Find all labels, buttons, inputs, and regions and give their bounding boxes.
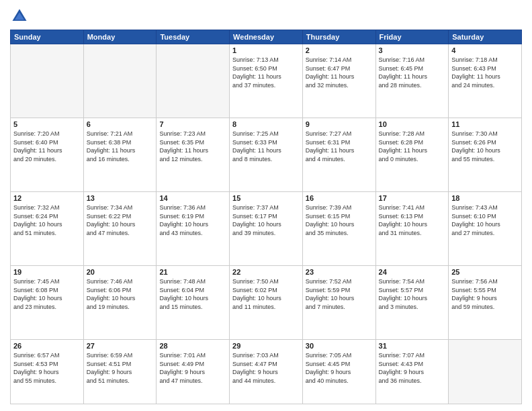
calendar-cell xyxy=(449,340,522,404)
weekday-header: Sunday xyxy=(11,30,84,44)
day-number: 2 xyxy=(306,46,373,54)
calendar-cell: 22Sunrise: 7:50 AMSunset: 6:02 PMDayligh… xyxy=(230,266,303,340)
calendar-cell: 16Sunrise: 7:39 AMSunset: 6:15 PMDayligh… xyxy=(302,192,375,266)
day-number: 5 xyxy=(13,120,81,128)
calendar-cell: 25Sunrise: 7:56 AMSunset: 5:55 PMDayligh… xyxy=(449,266,522,340)
day-number: 20 xyxy=(87,268,154,276)
calendar-cell: 5Sunrise: 7:20 AMSunset: 6:40 PMDaylight… xyxy=(11,118,84,192)
day-number: 16 xyxy=(306,194,373,202)
calendar-cell: 20Sunrise: 7:46 AMSunset: 6:06 PMDayligh… xyxy=(83,266,157,340)
day-number: 6 xyxy=(87,120,154,128)
calendar-cell: 28Sunrise: 7:01 AMSunset: 4:49 PMDayligh… xyxy=(157,340,230,404)
calendar-cell xyxy=(11,44,84,118)
day-number: 10 xyxy=(379,120,446,128)
day-info: Sunrise: 7:43 AMSunset: 6:10 PMDaylight:… xyxy=(451,203,519,237)
calendar-cell: 9Sunrise: 7:27 AMSunset: 6:31 PMDaylight… xyxy=(302,118,375,192)
day-number: 22 xyxy=(232,268,300,276)
day-info: Sunrise: 7:16 AMSunset: 6:45 PMDaylight:… xyxy=(379,56,446,89)
calendar-cell: 15Sunrise: 7:37 AMSunset: 6:17 PMDayligh… xyxy=(230,192,303,266)
day-info: Sunrise: 7:48 AMSunset: 6:04 PMDaylight:… xyxy=(159,277,226,311)
day-info: Sunrise: 7:07 AMSunset: 4:43 PMDaylight:… xyxy=(379,351,446,385)
day-info: Sunrise: 7:41 AMSunset: 6:13 PMDaylight:… xyxy=(379,203,446,237)
weekday-header: Monday xyxy=(83,30,157,44)
day-info: Sunrise: 6:59 AMSunset: 4:51 PMDaylight:… xyxy=(87,351,154,385)
day-number: 23 xyxy=(306,268,373,276)
day-number: 12 xyxy=(13,194,81,202)
calendar-cell: 24Sunrise: 7:54 AMSunset: 5:57 PMDayligh… xyxy=(375,266,449,340)
day-info: Sunrise: 7:23 AMSunset: 6:35 PMDaylight:… xyxy=(159,130,226,163)
day-info: Sunrise: 7:03 AMSunset: 4:47 PMDaylight:… xyxy=(232,351,300,385)
day-number: 24 xyxy=(379,268,446,276)
header xyxy=(10,7,522,26)
day-number: 17 xyxy=(379,194,446,202)
day-info: Sunrise: 7:50 AMSunset: 6:02 PMDaylight:… xyxy=(232,277,300,311)
logo-icon xyxy=(10,7,29,26)
calendar-cell xyxy=(83,44,157,118)
day-number: 3 xyxy=(379,46,446,54)
weekday-header: Thursday xyxy=(302,30,375,44)
day-number: 27 xyxy=(87,342,154,350)
day-info: Sunrise: 7:34 AMSunset: 6:22 PMDaylight:… xyxy=(87,203,154,237)
calendar-cell: 30Sunrise: 7:05 AMSunset: 4:45 PMDayligh… xyxy=(302,340,375,404)
day-number: 11 xyxy=(451,120,519,128)
day-info: Sunrise: 7:39 AMSunset: 6:15 PMDaylight:… xyxy=(306,203,373,237)
calendar-cell: 21Sunrise: 7:48 AMSunset: 6:04 PMDayligh… xyxy=(157,266,230,340)
day-info: Sunrise: 7:01 AMSunset: 4:49 PMDaylight:… xyxy=(159,351,226,385)
day-info: Sunrise: 7:32 AMSunset: 6:24 PMDaylight:… xyxy=(13,203,81,237)
calendar-cell: 3Sunrise: 7:16 AMSunset: 6:45 PMDaylight… xyxy=(375,44,449,118)
day-info: Sunrise: 7:54 AMSunset: 5:57 PMDaylight:… xyxy=(379,277,446,311)
day-number: 1 xyxy=(232,46,300,54)
day-info: Sunrise: 7:20 AMSunset: 6:40 PMDaylight:… xyxy=(13,130,81,163)
day-info: Sunrise: 7:52 AMSunset: 5:59 PMDaylight:… xyxy=(306,277,373,311)
day-info: Sunrise: 7:37 AMSunset: 6:17 PMDaylight:… xyxy=(232,203,300,237)
day-number: 18 xyxy=(451,194,519,202)
day-info: Sunrise: 7:46 AMSunset: 6:06 PMDaylight:… xyxy=(87,277,154,311)
calendar-cell: 6Sunrise: 7:21 AMSunset: 6:38 PMDaylight… xyxy=(83,118,157,192)
weekday-header: Wednesday xyxy=(230,30,303,44)
day-info: Sunrise: 6:57 AMSunset: 4:53 PMDaylight:… xyxy=(13,351,81,385)
weekday-header: Friday xyxy=(375,30,449,44)
calendar-cell: 18Sunrise: 7:43 AMSunset: 6:10 PMDayligh… xyxy=(449,192,522,266)
day-number: 30 xyxy=(306,342,373,350)
day-info: Sunrise: 7:25 AMSunset: 6:33 PMDaylight:… xyxy=(232,130,300,163)
day-number: 14 xyxy=(159,194,226,202)
weekday-header: Saturday xyxy=(449,30,522,44)
day-number: 21 xyxy=(159,268,226,276)
calendar-cell: 29Sunrise: 7:03 AMSunset: 4:47 PMDayligh… xyxy=(230,340,303,404)
day-info: Sunrise: 7:14 AMSunset: 6:47 PMDaylight:… xyxy=(306,56,373,89)
calendar-cell: 14Sunrise: 7:36 AMSunset: 6:19 PMDayligh… xyxy=(157,192,230,266)
calendar-cell: 11Sunrise: 7:30 AMSunset: 6:26 PMDayligh… xyxy=(449,118,522,192)
day-number: 8 xyxy=(232,120,300,128)
day-number: 28 xyxy=(159,342,226,350)
day-info: Sunrise: 7:05 AMSunset: 4:45 PMDaylight:… xyxy=(306,351,373,385)
calendar-cell: 17Sunrise: 7:41 AMSunset: 6:13 PMDayligh… xyxy=(375,192,449,266)
day-number: 7 xyxy=(159,120,226,128)
day-info: Sunrise: 7:13 AMSunset: 6:50 PMDaylight:… xyxy=(232,56,300,89)
day-info: Sunrise: 7:18 AMSunset: 6:43 PMDaylight:… xyxy=(451,56,519,89)
day-number: 31 xyxy=(379,342,446,350)
calendar-cell: 8Sunrise: 7:25 AMSunset: 6:33 PMDaylight… xyxy=(230,118,303,192)
calendar-cell: 10Sunrise: 7:28 AMSunset: 6:28 PMDayligh… xyxy=(375,118,449,192)
day-number: 4 xyxy=(451,46,519,54)
calendar-cell: 1Sunrise: 7:13 AMSunset: 6:50 PMDaylight… xyxy=(230,44,303,118)
day-number: 15 xyxy=(232,194,300,202)
calendar-cell: 13Sunrise: 7:34 AMSunset: 6:22 PMDayligh… xyxy=(83,192,157,266)
day-number: 26 xyxy=(13,342,81,350)
calendar: SundayMondayTuesdayWednesdayThursdayFrid… xyxy=(10,30,522,404)
day-number: 19 xyxy=(13,268,81,276)
logo xyxy=(10,7,32,26)
calendar-cell: 31Sunrise: 7:07 AMSunset: 4:43 PMDayligh… xyxy=(375,340,449,404)
calendar-cell: 2Sunrise: 7:14 AMSunset: 6:47 PMDaylight… xyxy=(302,44,375,118)
calendar-cell: 23Sunrise: 7:52 AMSunset: 5:59 PMDayligh… xyxy=(302,266,375,340)
weekday-header: Tuesday xyxy=(157,30,230,44)
day-info: Sunrise: 7:56 AMSunset: 5:55 PMDaylight:… xyxy=(451,277,519,311)
day-info: Sunrise: 7:21 AMSunset: 6:38 PMDaylight:… xyxy=(87,130,154,163)
day-info: Sunrise: 7:45 AMSunset: 6:08 PMDaylight:… xyxy=(13,277,81,311)
calendar-cell: 12Sunrise: 7:32 AMSunset: 6:24 PMDayligh… xyxy=(11,192,84,266)
calendar-cell: 7Sunrise: 7:23 AMSunset: 6:35 PMDaylight… xyxy=(157,118,230,192)
calendar-cell: 4Sunrise: 7:18 AMSunset: 6:43 PMDaylight… xyxy=(449,44,522,118)
day-number: 25 xyxy=(451,268,519,276)
day-number: 9 xyxy=(306,120,373,128)
calendar-cell: 26Sunrise: 6:57 AMSunset: 4:53 PMDayligh… xyxy=(11,340,84,404)
day-number: 13 xyxy=(87,194,154,202)
